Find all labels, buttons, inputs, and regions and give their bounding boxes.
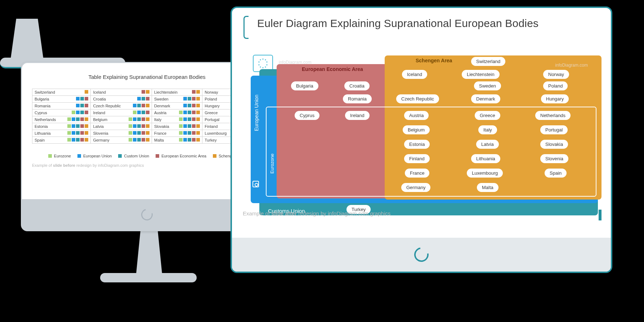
legend-item: European Economic Area xyxy=(156,154,206,158)
label-eu: European Union xyxy=(254,95,259,131)
table-cell: Slovenia xyxy=(91,130,152,137)
legend: EurozoneEuropean UnionCustom UnionEurope… xyxy=(32,154,262,158)
pill-slovenia: Slovenia xyxy=(540,154,568,163)
euler-diagram: infoDiagram.com infoDiagram.com Schengen… xyxy=(241,37,602,225)
pill-slovakia: Slovakia xyxy=(540,140,568,149)
pill-cyprus: Cyprus xyxy=(295,111,319,120)
pill-ireland: Ireland xyxy=(345,111,370,120)
table-cell: Czech Republic xyxy=(91,103,152,109)
title-bracket-icon xyxy=(243,16,249,39)
svg-point-0 xyxy=(262,58,263,59)
table-cell: Ireland xyxy=(91,109,152,116)
pill-latvia: Latvia xyxy=(476,140,499,149)
svg-point-7 xyxy=(258,64,259,65)
svg-point-1 xyxy=(265,59,266,60)
legend-item: European Union xyxy=(77,154,112,158)
svg-point-4 xyxy=(265,66,266,67)
footer-accent-icon xyxy=(599,210,601,220)
pill-portugal: Portugal xyxy=(540,125,568,134)
monitor-left-stand-neck xyxy=(128,231,171,274)
bodies-table: SwitzerlandIcelandLiechtensteinNorwayBul… xyxy=(32,89,262,144)
pill-belgium: Belgium xyxy=(403,125,430,134)
table-cell: Netherlands xyxy=(32,116,91,123)
pill-malta: Malta xyxy=(477,183,498,192)
pill-czech: Czech Republic xyxy=(396,94,439,103)
table-cell: Malta xyxy=(152,137,202,144)
svg-point-8 xyxy=(258,61,259,62)
monitor-right-stand-neck xyxy=(0,19,54,58)
caption-after: Example of slide after redesign by infoD… xyxy=(243,210,390,216)
table-cell: Bulgaria xyxy=(32,96,91,103)
pill-switzerland: Switzerland xyxy=(471,57,505,66)
slide-after: Euler Diagram Explaining Supranational E… xyxy=(241,15,602,231)
pill-spain: Spain xyxy=(545,169,567,178)
svg-point-9 xyxy=(260,59,261,60)
pill-romania: Romania xyxy=(343,94,372,103)
monitor-right: Euler Diagram Explaining Supranational E… xyxy=(231,6,612,273)
legend-item: Custom Union xyxy=(118,154,149,158)
camera-icon xyxy=(252,181,259,187)
pill-iceland: Iceland xyxy=(402,70,427,79)
monitor-left-shadow xyxy=(0,0,148,9)
table-cell: Iceland xyxy=(91,89,152,96)
pill-netherlands: Netherlands xyxy=(535,111,571,120)
table-cell: Switzerland xyxy=(32,89,91,96)
table-cell: Slovakia xyxy=(152,123,202,130)
table-cell: Latvia xyxy=(91,123,152,130)
table-cell: Sweden xyxy=(152,96,202,103)
table-cell: Denmark xyxy=(152,103,202,109)
pill-liechtenstein: Liechtenstein xyxy=(462,70,500,79)
label-schengen: Schengen Area xyxy=(416,58,452,63)
pill-italy: Italy xyxy=(478,125,497,134)
pill-hungary: Hungary xyxy=(541,94,569,103)
pill-denmark: Denmark xyxy=(471,94,500,103)
table-cell: Croatia xyxy=(91,96,152,103)
slide-before-title: Table Explaining Supranational European … xyxy=(32,74,262,80)
power-icon xyxy=(411,245,431,265)
pill-bulgaria: Bulgaria xyxy=(291,81,318,90)
pill-sweden: Sweden xyxy=(474,81,501,90)
table-cell: Spain xyxy=(32,137,91,144)
svg-point-6 xyxy=(260,66,261,67)
slide-before: Table Explaining Supranational European … xyxy=(32,70,262,194)
svg-point-3 xyxy=(266,64,267,65)
pill-croatia: Croatia xyxy=(344,81,370,90)
table-cell: Cyprus xyxy=(32,109,91,116)
monitor-right-bezel xyxy=(232,238,611,272)
region-eurozone xyxy=(266,107,596,197)
table-cell: Belgium xyxy=(91,116,152,123)
pill-france: France xyxy=(405,169,429,178)
table-cell: Estonia xyxy=(32,123,91,130)
pill-austria: Austria xyxy=(404,111,429,120)
label-eurozone: Eurozone xyxy=(269,153,275,174)
pill-greece: Greece xyxy=(475,111,500,120)
pill-luxembourg: Luxembourg xyxy=(467,169,503,178)
pill-estonia: Estonia xyxy=(404,140,430,149)
table-cell: Romania xyxy=(32,103,91,109)
pill-poland: Poland xyxy=(543,81,568,90)
table-cell: Germany xyxy=(91,137,152,144)
monitor-left-stand-base xyxy=(100,273,197,282)
table-cell: Liechtenstein xyxy=(152,89,202,96)
slide-after-title: Euler Diagram Explaining Supranational E… xyxy=(257,17,602,30)
table-cell: Lithuania xyxy=(32,130,91,137)
table-cell: Austria xyxy=(152,109,202,116)
table-cell: Italy xyxy=(152,116,202,123)
pill-lithuania: Lithuania xyxy=(471,154,500,163)
table-cell: France xyxy=(152,130,202,137)
power-icon xyxy=(139,207,155,223)
pill-finland: Finland xyxy=(404,154,430,163)
legend-item: Eurozone xyxy=(48,154,71,158)
svg-point-2 xyxy=(266,61,267,62)
svg-point-5 xyxy=(262,67,263,68)
monitor-right-shadow xyxy=(0,9,191,19)
watermark-2: infoDiagram.com xyxy=(555,63,588,68)
pill-norway: Norway xyxy=(543,70,569,79)
label-eea: European Economic Area xyxy=(302,66,363,72)
caption-before: Example of slide before redesign by info… xyxy=(32,163,262,167)
pill-germany: Germany xyxy=(401,183,430,192)
